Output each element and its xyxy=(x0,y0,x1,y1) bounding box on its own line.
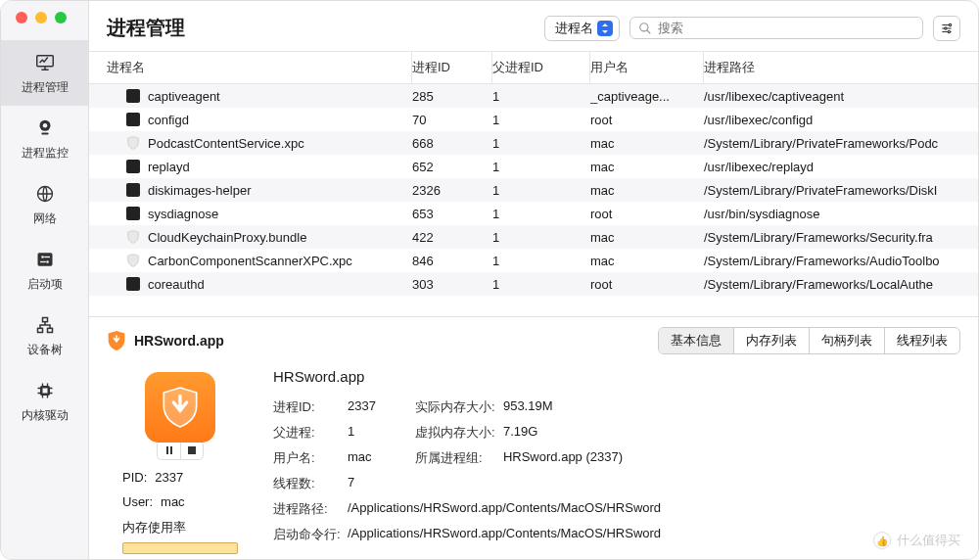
process-ppid: 1 xyxy=(492,230,590,245)
table-row[interactable]: diskimages-helper23261mac/System/Library… xyxy=(89,178,978,202)
info-key: 实际内存大小: xyxy=(415,398,503,416)
process-pid: 846 xyxy=(412,254,492,268)
chevron-updown-icon xyxy=(597,21,613,36)
col-path[interactable]: 进程路径 xyxy=(704,52,960,83)
process-pid: 422 xyxy=(412,230,492,245)
table-row[interactable]: CarbonComponentScannerXPC.xpc8461mac/Sys… xyxy=(89,249,978,272)
close-window-icon[interactable] xyxy=(16,12,27,23)
info-value: 953.19M xyxy=(503,398,553,416)
monitor-icon xyxy=(34,52,56,73)
process-user: mac xyxy=(590,160,704,174)
process-user: mac xyxy=(590,183,704,198)
tab-basic-info[interactable]: 基本信息 xyxy=(659,328,734,353)
table-row[interactable]: replayd6521mac/usr/libexec/replayd xyxy=(89,155,978,178)
terminal-icon xyxy=(126,277,140,291)
table-row[interactable]: CloudKeychainProxy.bundle4221mac/System/… xyxy=(89,225,978,249)
sidebar-item-network[interactable]: 网络 xyxy=(1,171,88,237)
info-value: HRSword.app (2337) xyxy=(503,449,623,467)
sidebar-item-label: 内核驱动 xyxy=(22,407,69,424)
col-ppid[interactable]: 父进程ID xyxy=(492,52,590,83)
table-row[interactable]: PodcastContentService.xpc6681mac/System/… xyxy=(89,131,978,155)
detail-panel: HRSword.app 基本信息 内存列表 句柄列表 线程列表 xyxy=(89,316,978,559)
table-body[interactable]: captiveagent2851_captiveage.../usr/libex… xyxy=(89,84,978,316)
process-ppid: 1 xyxy=(492,160,590,174)
tab-handle-list[interactable]: 句柄列表 xyxy=(810,328,885,353)
pause-button[interactable] xyxy=(157,441,180,460)
svg-rect-9 xyxy=(44,257,50,257)
page-title: 进程管理 xyxy=(107,15,535,41)
table-row[interactable]: sysdiagnose6531root/usr/bin/sysdiagnose xyxy=(89,202,978,225)
app-large-icon xyxy=(145,372,215,443)
process-user: _captiveage... xyxy=(590,89,704,104)
info-key: 所属进程组: xyxy=(415,449,503,467)
terminal-icon xyxy=(126,89,140,103)
tab-thread-list[interactable]: 线程列表 xyxy=(885,328,959,353)
svg-point-8 xyxy=(41,256,44,258)
shield-icon xyxy=(126,230,140,244)
process-name: configd xyxy=(148,113,189,127)
table-row[interactable]: captiveagent2851_captiveage.../usr/libex… xyxy=(89,84,978,108)
col-user[interactable]: 用户名 xyxy=(590,52,704,83)
shield-icon xyxy=(126,254,140,267)
search-input[interactable] xyxy=(658,21,914,35)
process-path: /usr/libexec/captiveagent xyxy=(704,89,960,104)
sidebar-item-label: 进程监控 xyxy=(22,145,69,162)
sidebar-item-kernel-driver[interactable]: 内核驱动 xyxy=(1,368,88,434)
svg-rect-14 xyxy=(47,328,52,332)
sidebar-item-process-mgmt[interactable]: 进程管理 xyxy=(1,40,88,106)
svg-rect-27 xyxy=(188,446,196,454)
svg-rect-26 xyxy=(170,446,172,454)
info-value: 7 xyxy=(348,475,354,492)
settings-button[interactable] xyxy=(933,16,960,41)
process-path: /usr/libexec/replayd xyxy=(704,160,960,174)
process-path: /System/Library/Frameworks/Security.fra xyxy=(704,230,960,245)
window-traffic-lights[interactable] xyxy=(16,12,67,23)
tree-icon xyxy=(34,314,56,336)
info-value: 1 xyxy=(348,424,354,442)
minimize-window-icon[interactable] xyxy=(35,12,47,23)
table-row[interactable]: coreauthd3031root/System/Library/Framewo… xyxy=(89,272,978,296)
process-pid: 652 xyxy=(412,160,492,174)
svg-rect-5 xyxy=(41,133,48,135)
svg-point-17 xyxy=(640,23,648,30)
sidebar-item-device-tree[interactable]: 设备树 xyxy=(1,303,88,368)
col-name[interactable]: 进程名 xyxy=(107,52,412,83)
memory-usage-label: 内存使用率 xyxy=(107,519,254,537)
filter-select-label: 进程名 xyxy=(555,20,593,37)
tab-memory-list[interactable]: 内存列表 xyxy=(734,328,810,353)
terminal-icon xyxy=(126,113,140,126)
process-path: /usr/bin/sysdiagnose xyxy=(704,207,960,221)
sidebar-item-label: 网络 xyxy=(33,210,57,227)
process-user: mac xyxy=(590,254,704,268)
process-path: /System/Library/PrivateFrameworks/DiskI xyxy=(704,183,960,198)
search-icon xyxy=(638,22,652,35)
process-name: coreauthd xyxy=(148,277,205,292)
process-user: mac xyxy=(590,136,704,151)
memory-usage-bar xyxy=(122,542,238,554)
process-path: /System/Library/Frameworks/LocalAuthe xyxy=(704,277,960,292)
col-pid[interactable]: 进程ID xyxy=(412,52,492,83)
svg-rect-11 xyxy=(40,261,46,262)
process-pid: 668 xyxy=(412,136,492,151)
svg-rect-25 xyxy=(166,446,168,454)
maximize-window-icon[interactable] xyxy=(55,12,67,23)
sidebar-item-process-monitor[interactable]: 进程监控 xyxy=(1,106,88,171)
info-key: 父进程: xyxy=(273,424,348,442)
stop-button[interactable] xyxy=(180,441,204,460)
sidebar-item-startup[interactable]: 启动项 xyxy=(1,237,88,303)
process-ppid: 1 xyxy=(492,207,590,221)
svg-point-23 xyxy=(945,26,947,28)
process-path: /System/Library/PrivateFrameworks/Podc xyxy=(704,136,960,151)
filter-select[interactable]: 进程名 xyxy=(544,16,620,41)
table-row[interactable]: configd701root/usr/libexec/configd xyxy=(89,108,978,131)
info-value: 2337 xyxy=(348,398,376,416)
process-name: replayd xyxy=(148,160,190,174)
svg-point-4 xyxy=(42,123,47,128)
pid-label: PID: xyxy=(122,470,147,485)
stop-icon xyxy=(188,446,196,454)
search-box[interactable] xyxy=(629,17,923,39)
process-ppid: 1 xyxy=(492,136,590,151)
process-ppid: 1 xyxy=(492,183,590,198)
user-label: User: xyxy=(122,494,153,509)
process-ppid: 1 xyxy=(492,254,590,268)
